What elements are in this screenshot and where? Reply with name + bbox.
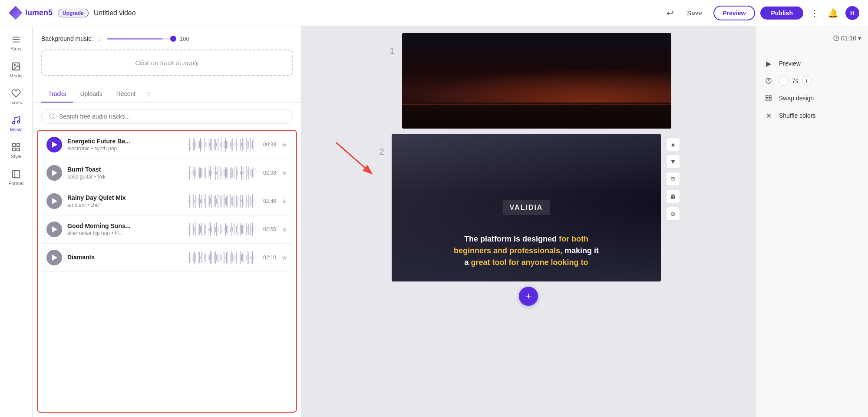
track-info-4: Good Morning Suns... alternative hip hop… <box>67 222 183 236</box>
right-action-shuffle[interactable]: ✕ Shuffle colors <box>762 109 861 122</box>
duration-plus[interactable]: + <box>802 76 812 86</box>
track-star-4[interactable]: ★ <box>281 225 287 234</box>
track-tags-1: electronic • synth pop <box>67 146 183 152</box>
preview-button[interactable]: Preview <box>713 6 756 20</box>
more-options-button[interactable]: ⋮ <box>809 6 821 20</box>
search-input[interactable] <box>59 113 285 120</box>
avatar[interactable]: H <box>845 6 859 20</box>
scene-text-white-1: The platform is designed <box>464 235 559 243</box>
image-icon <box>11 62 21 71</box>
scene-2-image[interactable]: VALIDIA The platform is designed for bot… <box>392 134 661 281</box>
track-item-5[interactable]: Diamants 02:10 ★ <box>42 244 292 272</box>
sidebar-label-music: Music <box>10 127 23 132</box>
bg-music-row: Background music: ♪ 100 <box>41 35 293 43</box>
logo-icon <box>9 6 23 20</box>
scene-number-2: 2 <box>375 147 388 157</box>
track-duration-1: 00:38 <box>261 142 276 148</box>
scene-up-button[interactable]: ▲ <box>666 137 680 151</box>
click-apply-text: Click on track to apply <box>135 59 199 66</box>
play-button-3[interactable] <box>46 193 62 209</box>
svg-rect-19 <box>766 96 768 98</box>
svg-point-4 <box>14 64 15 66</box>
duration-ctrl: − 7s + <box>779 76 812 86</box>
track-item-3[interactable]: Rainy Day Quiet Mix ambient • chill 02:4… <box>42 187 292 215</box>
publish-button[interactable]: Publish <box>760 7 803 20</box>
tabs: Tracks Uploads Recent ☆ <box>33 86 301 103</box>
sidebar-item-media[interactable]: Media <box>1 57 31 83</box>
scene-2-wrap: 2 <box>375 134 682 281</box>
scene-add-button[interactable]: ⊕ <box>666 207 680 221</box>
tab-favorites-star[interactable]: ☆ <box>142 86 155 103</box>
menu-icon <box>11 35 21 44</box>
track-item-2[interactable]: Burnt Toast bass guitar • folk 02:38 ★ <box>42 159 292 187</box>
sidebar-item-music[interactable]: Music <box>1 111 31 136</box>
sidebar-label-story: Story <box>10 46 22 51</box>
scene-number-1: 1 <box>386 46 399 56</box>
search-icon <box>49 113 56 120</box>
upgrade-button[interactable]: Upgrade <box>58 9 89 17</box>
scene-2-controls: ▲ ▼ ⧉ 🗑 ⊕ <box>664 134 682 224</box>
shuffle-colors-label: Shuffle colors <box>779 112 816 119</box>
sidebar-label-icons: Icons <box>10 100 22 105</box>
track-star-2[interactable]: ★ <box>281 169 287 177</box>
scenes-container: 1 2 <box>302 26 755 417</box>
right-panel-top: 01:10 ▾ <box>762 35 861 42</box>
right-action-swap[interactable]: Swap design <box>762 92 861 104</box>
right-action-preview[interactable]: ▶ Preview <box>762 57 861 70</box>
grid-icon <box>765 95 772 102</box>
scene-delete-button[interactable]: 🗑 <box>666 189 680 203</box>
waveform-5 <box>188 250 255 265</box>
svg-rect-7 <box>13 144 15 146</box>
right-panel: 01:10 ▾ ▶ Preview − 7s + <box>755 26 868 417</box>
save-button[interactable]: Save <box>681 7 708 19</box>
track-tags-3: ambient • chill <box>67 202 183 208</box>
swap-design-label: Swap design <box>779 95 814 102</box>
sidebar-label-style: Style <box>11 154 21 159</box>
scene-2-container: VALIDIA The platform is designed for bot… <box>392 134 661 281</box>
svg-line-16 <box>336 142 371 173</box>
sidebar-item-format[interactable]: Format <box>1 165 31 190</box>
track-duration-3: 02:46 <box>261 198 276 204</box>
play-button-1[interactable] <box>46 137 62 152</box>
duration-minus[interactable]: − <box>779 76 789 86</box>
logo[interactable]: lumen5 <box>9 6 53 20</box>
svg-point-13 <box>50 114 54 119</box>
play-button-4[interactable] <box>46 222 62 237</box>
scene-card-1[interactable] <box>402 33 671 129</box>
play-button-2[interactable] <box>46 165 62 181</box>
scene-duplicate-button[interactable]: ⧉ <box>666 172 680 186</box>
track-tags-2: bass guitar • folk <box>67 174 183 180</box>
sidebar-item-icons[interactable]: Icons <box>1 84 31 109</box>
track-name-3: Rainy Day Quiet Mix <box>67 194 183 201</box>
undo-button[interactable]: ↩ <box>665 6 676 20</box>
play-icon-3 <box>52 198 57 204</box>
track-star-5[interactable]: ★ <box>281 254 287 262</box>
music-icon <box>11 116 21 125</box>
tab-recent[interactable]: Recent <box>109 86 142 103</box>
sidebar-item-style[interactable]: Style <box>1 138 31 163</box>
notifications-button[interactable]: 🔔 <box>826 6 840 20</box>
track-duration-2: 02:38 <box>261 170 276 176</box>
tab-uploads[interactable]: Uploads <box>73 86 109 103</box>
track-star-3[interactable]: ★ <box>281 197 287 205</box>
volume-slider[interactable] <box>107 38 176 40</box>
panel-header: Background music: ♪ 100 Click on track t… <box>33 26 301 86</box>
sidebar-label-format: Format <box>9 181 24 186</box>
track-star-1[interactable]: ★ <box>281 141 287 149</box>
format-icon <box>11 169 21 179</box>
play-button-5[interactable] <box>46 250 62 265</box>
add-scene-button[interactable]: + <box>519 287 538 306</box>
track-item-4[interactable]: Good Morning Suns... alternative hip hop… <box>42 215 292 244</box>
left-panel: Background music: ♪ 100 Click on track t… <box>33 26 302 417</box>
waveform-2 <box>188 165 255 180</box>
duration-value: 7s <box>792 77 799 84</box>
swap-design-icon <box>762 92 775 104</box>
sidebar-item-story[interactable]: Story <box>1 30 31 56</box>
music-note-icon: ♪ <box>98 35 102 43</box>
track-item[interactable]: Energetic Future Ba... electronic • synt… <box>42 131 292 159</box>
clock-icon <box>833 35 839 41</box>
scene-down-button[interactable]: ▼ <box>666 155 680 169</box>
right-actions: ▶ Preview − 7s + <box>762 57 861 122</box>
tab-tracks[interactable]: Tracks <box>41 86 73 103</box>
preview-label: Preview <box>779 60 801 67</box>
